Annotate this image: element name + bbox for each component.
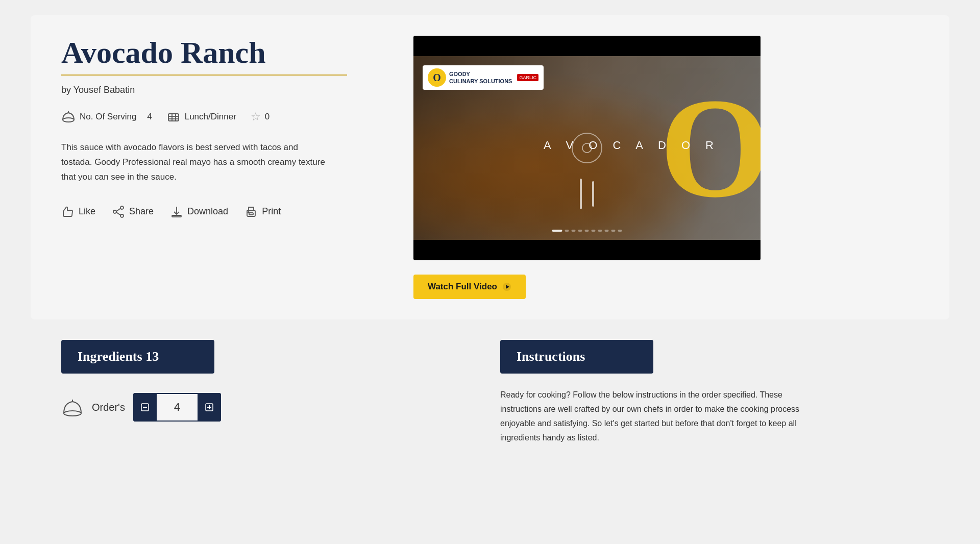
rating-value: 0	[265, 112, 270, 122]
print-button[interactable]: Print	[244, 205, 281, 218]
qty-increase-button[interactable]	[198, 393, 221, 422]
dot-5	[585, 230, 589, 232]
recipe-description: This sauce with avocado flavors is best …	[61, 140, 327, 185]
video-dots	[552, 230, 622, 232]
dot-9	[611, 230, 616, 232]
serving-icon	[61, 110, 76, 124]
recipe-author: by Yousef Babatin	[61, 85, 393, 95]
logo-text-block: GOODY CULINARY SOLUTIONS	[449, 70, 512, 85]
download-button[interactable]: Download	[170, 205, 228, 218]
orders-row: Order's 4	[61, 393, 480, 422]
dot-10	[618, 230, 622, 232]
svg-point-0	[63, 118, 74, 122]
download-icon	[170, 205, 183, 218]
svg-point-9	[120, 214, 124, 217]
recipe-title: Avocado Ranch	[61, 36, 393, 69]
dot-3	[572, 230, 576, 232]
svg-rect-15	[249, 213, 253, 215]
serving-meta: No. Of Serving 4	[61, 110, 152, 124]
minus-icon	[139, 402, 151, 413]
qty-value: 4	[157, 393, 198, 422]
serving-count: 4	[147, 112, 152, 122]
logo-circle: O	[428, 68, 446, 87]
meal-type-label: Lunch/Dinner	[185, 112, 236, 122]
ingredients-header: Ingredients 13	[61, 340, 214, 374]
video-top-bar	[413, 36, 761, 56]
dot-7	[598, 230, 602, 232]
orders-label: Order's	[92, 402, 125, 413]
recipe-meta: No. Of Serving 4 Lunch/Dinner ☆	[61, 110, 393, 124]
bottom-section: Ingredients 13 Order's 4	[31, 340, 949, 445]
svg-point-10	[113, 210, 116, 213]
dot-8	[605, 230, 609, 232]
action-row: Like Share	[61, 205, 393, 218]
quantity-control: 4	[133, 393, 221, 422]
svg-rect-14	[247, 210, 255, 216]
recipe-info-panel: Avocado Ranch by Yousef Babatin No. Of S…	[61, 36, 393, 218]
instructions-text: Ready for cooking? Follow the below inst…	[500, 388, 806, 445]
video-play-area	[572, 133, 602, 163]
logo-text-line2: CULINARY SOLUTIONS	[449, 78, 512, 85]
dot-2	[565, 230, 569, 232]
svg-rect-13	[172, 215, 181, 217]
video-logo: O GOODY CULINARY SOLUTIONS GARLIC	[423, 65, 544, 90]
video-panel: O GOODY CULINARY SOLUTIONS GARLIC O A V …	[413, 36, 761, 299]
instructions-column: Instructions Ready for cooking? Follow t…	[500, 340, 919, 445]
video-container: O GOODY CULINARY SOLUTIONS GARLIC O A V …	[413, 36, 761, 260]
meal-type-icon	[166, 110, 181, 124]
dot-6	[592, 230, 596, 232]
play-triangle-icon	[502, 282, 511, 291]
watch-full-video-button[interactable]: Watch Full Video	[413, 275, 526, 299]
video-utensils	[580, 179, 594, 209]
dot-1	[552, 230, 562, 232]
star-icon: ☆	[251, 110, 261, 123]
video-content: O GOODY CULINARY SOLUTIONS GARLIC O A V …	[413, 56, 761, 240]
knife	[592, 181, 594, 207]
logo-brand-badge: GARLIC	[517, 74, 538, 81]
instructions-header: Instructions	[500, 340, 653, 374]
svg-line-12	[116, 212, 120, 215]
svg-point-20	[64, 411, 81, 416]
serving-label: No. Of Serving	[80, 112, 137, 122]
watch-btn-wrapper: Watch Full Video	[413, 267, 761, 299]
qty-decrease-button[interactable]	[133, 393, 157, 422]
share-button[interactable]: Share	[112, 205, 154, 218]
svg-point-17	[582, 143, 592, 153]
fork	[580, 179, 582, 209]
title-divider	[61, 75, 347, 76]
play-circle	[572, 133, 602, 163]
print-icon	[244, 205, 258, 218]
svg-point-16	[248, 212, 249, 213]
svg-rect-2	[168, 114, 179, 121]
play-icon	[582, 143, 592, 153]
share-icon	[112, 205, 125, 218]
recipe-card: Avocado Ranch by Yousef Babatin No. Of S…	[31, 15, 949, 319]
logo-text-line1: GOODY	[449, 70, 512, 78]
svg-line-11	[116, 208, 120, 211]
like-button[interactable]: Like	[61, 205, 95, 218]
meal-type-meta: Lunch/Dinner	[166, 110, 236, 124]
orders-icon	[61, 396, 84, 418]
dot-4	[578, 230, 582, 232]
rating-meta: ☆ 0	[251, 110, 270, 123]
plus-icon	[204, 402, 215, 413]
svg-point-8	[120, 206, 124, 209]
video-bottom-bar	[413, 240, 761, 260]
video-avocado-text: A V O C A D O R	[544, 139, 720, 152]
like-icon	[61, 205, 75, 218]
ingredients-column: Ingredients 13 Order's 4	[61, 340, 480, 445]
